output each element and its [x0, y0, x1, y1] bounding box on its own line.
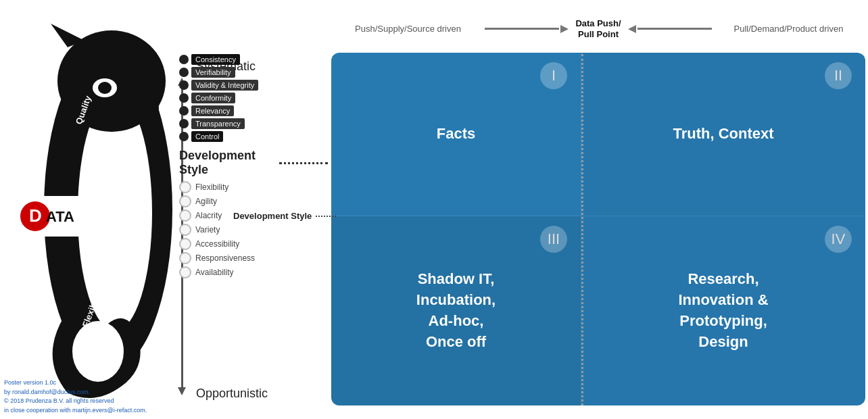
footer-line2: by ronald.damhof@ductus.com.	[4, 388, 147, 397]
tag-verifiability: Verifiability	[191, 67, 235, 78]
label-variety: Variety	[195, 225, 220, 235]
footer-line3: © 2018 Prudenza B.V. all rights reserved	[4, 397, 147, 406]
circle-accessibility	[179, 238, 191, 250]
flex-item-accessibility: Accessibility	[179, 238, 328, 250]
circle-agility	[179, 195, 191, 207]
flex-item-variety: Variety	[179, 224, 328, 236]
data-push-pull-label: Data Push/Pull Point	[571, 18, 625, 39]
dot-transparency	[179, 119, 189, 128]
vertical-dotted-separator	[581, 54, 583, 405]
circle-availability	[179, 266, 191, 278]
tag-relevancy: Relevancy	[191, 105, 234, 116]
matrix-cell-I: I Facts	[331, 53, 581, 216]
dot-conformity	[179, 93, 189, 103]
circle-flexibility	[179, 181, 191, 193]
pull-arrow-head	[628, 25, 636, 33]
quality-item-consistency: Consistency	[179, 54, 328, 65]
flex-items-list: Flexibility Agility Alacrity Variety Acc…	[179, 181, 328, 278]
circle-variety	[179, 224, 191, 236]
push-arrow	[485, 25, 569, 33]
svg-point-5	[112, 93, 159, 123]
svg-point-4	[98, 82, 112, 94]
arrows-container: Data Push/Pull Point	[485, 18, 712, 39]
pull-demand-label: Pull/Demand/Product driven	[712, 24, 865, 34]
circle-responsiveness	[179, 252, 191, 264]
tag-validity: Validity & Integrity	[191, 80, 258, 91]
dev-style-matrix-marker: Development Style	[233, 211, 336, 221]
flex-item-responsiveness: Responsiveness	[179, 252, 328, 264]
tag-conformity: Conformity	[191, 93, 235, 103]
tag-control: Control	[191, 131, 223, 142]
cell-text-truth: Truth, Context	[659, 124, 787, 145]
cell-text-shadow: Shadow IT, Incubation, Ad-hoc, Once off	[403, 269, 509, 352]
quadrant-num-III: III	[540, 226, 567, 253]
quality-items-list: Consistency Verifiability Validity & Int…	[179, 54, 328, 142]
development-style-label: Development Style	[179, 149, 328, 177]
quadrant-num-IV: IV	[825, 226, 852, 253]
quality-item-relevancy: Relevancy	[179, 105, 328, 116]
footer-line4: in close cooperation with martijn.evers@…	[4, 406, 147, 416]
label-flexibility: Flexibility	[195, 182, 228, 192]
flex-item-flexibility: Flexibility	[179, 181, 328, 193]
opportunistic-label: Opportunistic	[196, 387, 268, 401]
matrix-cell-IV: IV Research, Innovation & Prototyping, D…	[581, 216, 865, 405]
quality-item-control: Control	[179, 131, 328, 142]
svg-text:ATA: ATA	[46, 208, 74, 225]
matrix-cell-III: III Shadow IT, Incubation, Ad-hoc, Once …	[331, 216, 581, 405]
dev-style-dots	[279, 162, 328, 164]
tag-transparency: Transparency	[191, 118, 245, 129]
dot-verifiability	[179, 68, 189, 77]
middle-panel: Consistency Verifiability Validity & Int…	[179, 54, 328, 419]
label-agility: Agility	[195, 197, 217, 206]
svg-text:D: D	[29, 205, 42, 226]
footer: Poster version 1.0c by ronald.damhof@duc…	[4, 378, 147, 415]
label-availability: Availability	[195, 268, 233, 277]
dot-control	[179, 132, 189, 141]
pull-arrow-line	[637, 28, 712, 30]
push-arrow-line	[485, 28, 559, 30]
flex-item-availability: Availability	[179, 266, 328, 278]
circle-alacrity	[179, 210, 191, 222]
cell-text-facts: Facts	[423, 124, 489, 145]
quality-item-conformity: Conformity	[179, 93, 328, 103]
label-accessibility: Accessibility	[195, 239, 239, 249]
dot-consistency	[179, 55, 189, 64]
matrix-cell-II: II Truth, Context	[581, 53, 865, 216]
dot-validity	[179, 80, 189, 90]
top-arrows-area: Push/Supply/Source driven Data Push/Pull…	[331, 7, 865, 51]
pull-arrow	[628, 25, 712, 33]
data-panther-logo: D ATA Quality Flexibility	[0, 20, 179, 399]
flex-item-agility: Agility	[179, 195, 328, 207]
quality-item-validity: Validity & Integrity	[179, 80, 328, 91]
quadrant-num-I: I	[540, 62, 567, 89]
label-responsiveness: Responsiveness	[195, 253, 255, 263]
quality-item-verifiability: Verifiability	[179, 67, 328, 78]
push-supply-label: Push/Supply/Source driven	[331, 24, 485, 34]
dot-relevancy	[179, 106, 189, 116]
push-arrow-head	[560, 25, 569, 33]
matrix-grid: I Facts II Truth, Context III Shadow IT,…	[331, 53, 865, 405]
tag-consistency: Consistency	[191, 54, 240, 65]
quality-item-transparency: Transparency	[179, 118, 328, 129]
quadrant-num-II: II	[825, 62, 852, 89]
logo-area: D ATA Quality Flexibility	[0, 0, 183, 419]
footer-line1: Poster version 1.0c	[4, 378, 147, 388]
matrix-area: Push/Supply/Source driven Data Push/Pull…	[331, 7, 865, 412]
svg-point-7	[72, 321, 124, 382]
dev-style-dot-line	[316, 216, 336, 217]
cell-text-research: Research, Innovation & Prototyping, Desi…	[665, 269, 781, 352]
label-alacrity: Alacrity	[195, 211, 222, 220]
